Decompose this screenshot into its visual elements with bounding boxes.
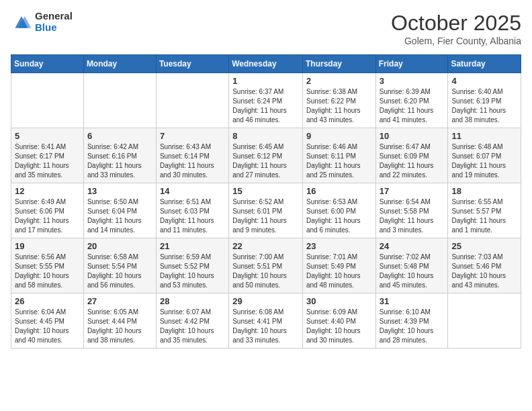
- day-number: 23: [306, 241, 372, 251]
- calendar-cell: 21Sunrise: 6:59 AM Sunset: 5:52 PM Dayli…: [156, 238, 228, 293]
- day-info: Sunrise: 6:51 AM Sunset: 6:03 PM Dayligh…: [160, 197, 225, 235]
- title-block: October 2025 Golem, Fier County, Albania: [391, 11, 521, 46]
- logo: General Blue: [11, 11, 73, 33]
- day-info: Sunrise: 6:59 AM Sunset: 5:52 PM Dayligh…: [160, 253, 225, 290]
- day-info: Sunrise: 6:52 AM Sunset: 6:01 PM Dayligh…: [232, 197, 299, 235]
- day-number: 13: [87, 186, 152, 196]
- calendar-cell: 31Sunrise: 6:10 AM Sunset: 4:39 PM Dayli…: [375, 293, 448, 349]
- day-info: Sunrise: 6:46 AM Sunset: 6:11 PM Dayligh…: [306, 142, 372, 180]
- day-info: Sunrise: 6:43 AM Sunset: 6:14 PM Dayligh…: [160, 142, 225, 180]
- calendar-cell: [156, 73, 228, 128]
- day-info: Sunrise: 6:49 AM Sunset: 6:06 PM Dayligh…: [15, 197, 80, 235]
- day-info: Sunrise: 7:01 AM Sunset: 5:49 PM Dayligh…: [306, 253, 372, 290]
- day-info: Sunrise: 6:38 AM Sunset: 6:22 PM Dayligh…: [306, 87, 372, 125]
- day-number: 25: [451, 241, 517, 251]
- calendar-cell: 2Sunrise: 6:38 AM Sunset: 6:22 PM Daylig…: [302, 73, 375, 128]
- calendar-cell: 20Sunrise: 6:58 AM Sunset: 5:54 PM Dayli…: [83, 238, 156, 293]
- weekday-header-saturday: Saturday: [448, 55, 521, 73]
- calendar-cell: 27Sunrise: 6:05 AM Sunset: 4:44 PM Dayli…: [83, 293, 156, 349]
- day-number: 9: [306, 131, 372, 141]
- calendar-cell: [448, 293, 521, 349]
- weekday-header-monday: Monday: [83, 55, 156, 73]
- logo-text: General Blue: [35, 11, 73, 33]
- day-info: Sunrise: 7:00 AM Sunset: 5:51 PM Dayligh…: [232, 253, 299, 290]
- week-row-5: 26Sunrise: 6:04 AM Sunset: 4:45 PM Dayli…: [11, 293, 521, 349]
- day-number: 4: [451, 76, 517, 86]
- weekday-header-wednesday: Wednesday: [229, 55, 303, 73]
- week-row-1: 1Sunrise: 6:37 AM Sunset: 6:24 PM Daylig…: [11, 73, 521, 128]
- calendar-cell: 5Sunrise: 6:41 AM Sunset: 6:17 PM Daylig…: [11, 128, 84, 183]
- day-number: 20: [87, 241, 152, 251]
- day-number: 14: [160, 186, 225, 196]
- day-number: 27: [87, 296, 152, 306]
- day-info: Sunrise: 6:45 AM Sunset: 6:12 PM Dayligh…: [232, 142, 299, 180]
- location-title: Golem, Fier County, Albania: [391, 36, 521, 46]
- calendar-cell: 25Sunrise: 7:03 AM Sunset: 5:46 PM Dayli…: [448, 238, 521, 293]
- weekday-header-friday: Friday: [375, 55, 448, 73]
- day-info: Sunrise: 7:02 AM Sunset: 5:48 PM Dayligh…: [380, 253, 445, 290]
- week-row-2: 5Sunrise: 6:41 AM Sunset: 6:17 PM Daylig…: [11, 128, 521, 183]
- day-number: 16: [306, 186, 372, 196]
- day-info: Sunrise: 6:08 AM Sunset: 4:41 PM Dayligh…: [232, 308, 299, 345]
- calendar-table: SundayMondayTuesdayWednesdayThursdayFrid…: [11, 54, 521, 349]
- weekday-header-tuesday: Tuesday: [156, 55, 228, 73]
- week-row-4: 19Sunrise: 6:56 AM Sunset: 5:55 PM Dayli…: [11, 238, 521, 293]
- calendar-cell: 4Sunrise: 6:40 AM Sunset: 6:19 PM Daylig…: [448, 73, 521, 128]
- day-number: 19: [15, 241, 80, 251]
- calendar-cell: 10Sunrise: 6:47 AM Sunset: 6:09 PM Dayli…: [375, 128, 448, 183]
- weekday-header-thursday: Thursday: [302, 55, 375, 73]
- day-number: 18: [451, 186, 517, 196]
- day-number: 28: [160, 296, 225, 306]
- day-number: 31: [380, 296, 445, 306]
- day-number: 22: [232, 241, 299, 251]
- day-number: 12: [15, 186, 80, 196]
- weekday-header-row: SundayMondayTuesdayWednesdayThursdayFrid…: [11, 55, 521, 73]
- calendar-cell: 12Sunrise: 6:49 AM Sunset: 6:06 PM Dayli…: [11, 183, 84, 238]
- day-info: Sunrise: 6:42 AM Sunset: 6:16 PM Dayligh…: [87, 142, 152, 180]
- calendar-cell: 6Sunrise: 6:42 AM Sunset: 6:16 PM Daylig…: [83, 128, 156, 183]
- day-info: Sunrise: 6:55 AM Sunset: 5:57 PM Dayligh…: [451, 197, 517, 235]
- calendar-cell: 19Sunrise: 6:56 AM Sunset: 5:55 PM Dayli…: [11, 238, 84, 293]
- day-info: Sunrise: 6:48 AM Sunset: 6:07 PM Dayligh…: [451, 142, 517, 180]
- calendar-cell: 17Sunrise: 6:54 AM Sunset: 5:58 PM Dayli…: [375, 183, 448, 238]
- calendar-cell: 11Sunrise: 6:48 AM Sunset: 6:07 PM Dayli…: [448, 128, 521, 183]
- day-number: 5: [15, 131, 80, 141]
- day-info: Sunrise: 6:39 AM Sunset: 6:20 PM Dayligh…: [380, 87, 445, 125]
- day-info: Sunrise: 6:54 AM Sunset: 5:58 PM Dayligh…: [380, 197, 445, 235]
- calendar-cell: 14Sunrise: 6:51 AM Sunset: 6:03 PM Dayli…: [156, 183, 228, 238]
- day-info: Sunrise: 7:03 AM Sunset: 5:46 PM Dayligh…: [451, 253, 517, 290]
- logo-general-text: General: [35, 11, 73, 22]
- calendar-cell: 30Sunrise: 6:09 AM Sunset: 4:40 PM Dayli…: [302, 293, 375, 349]
- day-info: Sunrise: 6:05 AM Sunset: 4:44 PM Dayligh…: [87, 308, 152, 345]
- day-info: Sunrise: 6:07 AM Sunset: 4:42 PM Dayligh…: [160, 308, 225, 345]
- day-number: 24: [380, 241, 445, 251]
- calendar-cell: [11, 73, 84, 128]
- day-number: 1: [232, 76, 299, 86]
- day-info: Sunrise: 6:53 AM Sunset: 6:00 PM Dayligh…: [306, 197, 372, 235]
- page-header: General Blue October 2025 Golem, Fier Co…: [11, 11, 521, 46]
- day-info: Sunrise: 6:37 AM Sunset: 6:24 PM Dayligh…: [232, 87, 299, 125]
- day-info: Sunrise: 6:50 AM Sunset: 6:04 PM Dayligh…: [87, 197, 152, 235]
- calendar-cell: 16Sunrise: 6:53 AM Sunset: 6:00 PM Dayli…: [302, 183, 375, 238]
- month-title: October 2025: [391, 11, 521, 36]
- calendar-cell: 15Sunrise: 6:52 AM Sunset: 6:01 PM Dayli…: [229, 183, 303, 238]
- calendar-cell: 28Sunrise: 6:07 AM Sunset: 4:42 PM Dayli…: [156, 293, 228, 349]
- day-number: 8: [232, 131, 299, 141]
- week-row-3: 12Sunrise: 6:49 AM Sunset: 6:06 PM Dayli…: [11, 183, 521, 238]
- day-number: 3: [380, 76, 445, 86]
- calendar-cell: 26Sunrise: 6:04 AM Sunset: 4:45 PM Dayli…: [11, 293, 84, 349]
- day-number: 21: [160, 241, 225, 251]
- day-info: Sunrise: 6:10 AM Sunset: 4:39 PM Dayligh…: [380, 308, 445, 345]
- calendar-cell: 9Sunrise: 6:46 AM Sunset: 6:11 PM Daylig…: [302, 128, 375, 183]
- day-number: 26: [15, 296, 80, 306]
- calendar-cell: 29Sunrise: 6:08 AM Sunset: 4:41 PM Dayli…: [229, 293, 303, 349]
- calendar-cell: [83, 73, 156, 128]
- calendar-cell: 8Sunrise: 6:45 AM Sunset: 6:12 PM Daylig…: [229, 128, 303, 183]
- day-number: 7: [160, 131, 225, 141]
- calendar-cell: 1Sunrise: 6:37 AM Sunset: 6:24 PM Daylig…: [229, 73, 303, 128]
- day-number: 6: [87, 131, 152, 141]
- day-info: Sunrise: 6:41 AM Sunset: 6:17 PM Dayligh…: [15, 142, 80, 180]
- day-number: 10: [380, 131, 445, 141]
- calendar-cell: 7Sunrise: 6:43 AM Sunset: 6:14 PM Daylig…: [156, 128, 228, 183]
- day-number: 11: [451, 131, 517, 141]
